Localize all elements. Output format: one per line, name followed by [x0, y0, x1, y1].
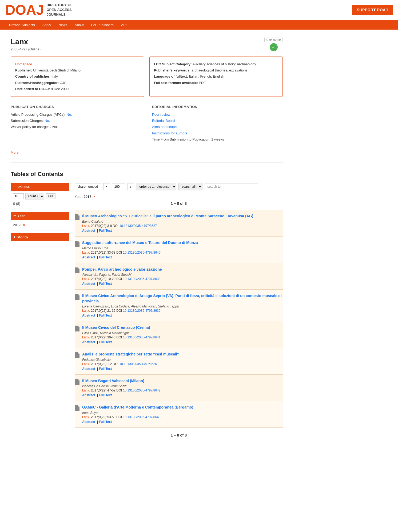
article-journal-link[interactable]: Lanx. [82, 389, 90, 392]
article-meta: Lanx. 2017;0(22):3-9 DOI 10.13130/2035-4… [82, 224, 283, 228]
table-row: Pompei. Parco archeologico e valorizzazi… [75, 263, 283, 290]
submission-link[interactable]: No. [45, 119, 50, 123]
article-abstract-link[interactable]: Abstract [82, 393, 95, 397]
article-title-link[interactable]: Il Museo Civico Archeologico di Arsago S… [82, 293, 283, 304]
article-title-link[interactable]: GAMeC - Galleria d'Arte Moderna e Contem… [82, 405, 283, 410]
article-links: Abstract | Full Text [82, 229, 283, 233]
nav-browse-subjects[interactable]: Browse Subjects [5, 20, 39, 30]
article-doi-link[interactable]: 10.13130/2035-4797/8637 [119, 224, 157, 228]
article-title-link[interactable]: Pompei. Parco archeologico e valorizzazi… [82, 267, 283, 272]
article-journal-link[interactable]: Lanx. [82, 362, 90, 366]
month-filter-section: + Month [11, 233, 69, 241]
pub-charges-section: PUBLICATION CHARGES Article Processing C… [11, 105, 141, 143]
article-doi-link[interactable]: 10.13130/2035-4797/8640 [123, 251, 161, 254]
month-filter-header[interactable]: + Month [11, 233, 69, 241]
toc-sidebar: − Volume count ↓ OR 0 (8) [11, 183, 69, 437]
volume-filter-header[interactable]: − Volume [11, 183, 69, 191]
toc-main: share | embed × ↓ order by ... relevance… [75, 183, 283, 437]
year-filter-header[interactable]: − Year [11, 212, 69, 220]
editorial-board-link[interactable]: Editorial Board [152, 119, 175, 123]
publisher-label: Publisher: [15, 68, 32, 72]
volume-count-select[interactable]: count ↓ [25, 193, 44, 199]
article-links: Abstract | Full Text [82, 420, 283, 424]
article-abstract-link[interactable]: Abstract [82, 420, 95, 424]
article-abstract-link[interactable]: Abstract [82, 229, 95, 233]
article-journal-link[interactable]: Lanx. [82, 415, 90, 419]
year-collapse-icon: − [13, 213, 16, 218]
country-value: Italy [51, 74, 58, 78]
results-arrow-button[interactable]: ↓ [128, 183, 134, 190]
article-doi-link[interactable]: 10.13130/2035-4797/8639 [123, 309, 161, 313]
article-meta: Lanx. 2017;0(22):53-59 DOI 10.13130/2035… [82, 415, 283, 419]
article-fulltext-link[interactable]: Full Text [99, 420, 112, 424]
info-box-right: LCC Subject Category: Auxiliary sciences… [149, 57, 283, 97]
article-doi-link[interactable]: 10.13130/2035-4797/8642 [123, 389, 161, 392]
article-abstract-link[interactable]: Abstract [82, 282, 95, 286]
article-title-link[interactable]: Il Museo Bagatti Valsecchi (Milano) [82, 378, 283, 384]
order-by-select[interactable]: order by ... relevance [136, 183, 176, 190]
article-fulltext-link[interactable]: Full Text [99, 367, 112, 371]
article-fulltext-link[interactable]: Full Text [99, 255, 112, 259]
article-journal-link[interactable]: Lanx. [82, 335, 90, 339]
nav-for-publishers[interactable]: For Publishers [87, 20, 117, 30]
article-doi-link[interactable]: 10.13130/2035-4797/8643 [123, 415, 161, 419]
volume-count-input[interactable] [13, 193, 24, 199]
nav-apply[interactable]: Apply [39, 20, 55, 30]
year-filter-display-label: Year: [75, 195, 83, 199]
more-link[interactable]: More [11, 150, 19, 154]
share-embed-button[interactable]: share | embed [75, 183, 101, 190]
article-doi-link[interactable]: 10.13130/2035-4797/8636 [119, 362, 157, 366]
article-journal-link[interactable]: Lanx. [82, 251, 90, 254]
article-doi-link[interactable]: 10.13130/2035-4797/8641 [123, 335, 161, 339]
article-title-link[interactable]: Analisi e proposte strategiche per sette… [82, 352, 283, 357]
platform-value: OJS [60, 81, 66, 85]
logo-text: DIRECTORY OF OPEN ACCESS JOURNALS [46, 3, 72, 17]
article-journal-link[interactable]: Lanx. [82, 224, 90, 228]
article-fulltext-link[interactable]: Full Text [99, 282, 112, 286]
search-term-input[interactable] [205, 183, 258, 190]
month-filter-label: Month [17, 235, 28, 239]
article-journal-link[interactable]: Lanx. [82, 277, 90, 281]
article-fulltext-link[interactable]: Full Text [99, 314, 112, 317]
article-journal-link[interactable]: Lanx. [82, 309, 90, 313]
aims-scope-link[interactable]: Aims and scope [152, 125, 177, 129]
table-row: Il Museo Civico Archeologico di Arsago S… [75, 290, 283, 321]
document-icon [75, 379, 79, 397]
article-fulltext-link[interactable]: Full Text [99, 340, 112, 344]
clear-filters-button[interactable]: × [103, 183, 110, 190]
country-label: Country of publisher: [15, 74, 50, 78]
results-per-page-input[interactable] [112, 183, 125, 190]
support-doaj-button[interactable]: SUPPORT DOAJ [352, 5, 393, 15]
homepage-link[interactable]: Homepage [15, 62, 32, 66]
search-field-select[interactable]: search all [178, 183, 202, 190]
peer-review-link[interactable]: Peer review [152, 113, 170, 117]
article-fulltext-link[interactable]: Full Text [99, 229, 112, 233]
article-doi-link[interactable]: 10.13130/2035-4797/8638 [123, 277, 161, 281]
article-author: Elena Calafato [82, 220, 283, 223]
article-fulltext-link[interactable]: Full Text [99, 393, 112, 397]
formats-value: PDF [199, 81, 206, 85]
nav-about[interactable]: About [71, 20, 87, 30]
nav-news[interactable]: News [55, 20, 71, 30]
volume-or-button[interactable]: OR [46, 193, 55, 199]
article-content: Analisi e proposte strategiche per sette… [82, 352, 283, 371]
journal-info-left: Lanx 2035-4797 (Online) [11, 38, 41, 51]
info-box-left: Homepage Publisher: Università degli Stu… [11, 57, 144, 97]
article-abstract-link[interactable]: Abstract [82, 314, 95, 317]
instructions-link[interactable]: Instructions for authors [152, 131, 187, 135]
article-content: Pompei. Parco archeologico e valorizzazi… [82, 267, 283, 286]
article-abstract-link[interactable]: Abstract [82, 367, 95, 371]
article-title-link[interactable]: Il Museo Civico del Cremasco (Crema) [82, 325, 283, 330]
article-links: Abstract | Full Text [82, 340, 283, 344]
year-filter-clear-button[interactable]: × [23, 223, 25, 227]
nav-api[interactable]: API [117, 20, 130, 30]
language-label: Language of fulltext: [154, 74, 188, 78]
apc-link[interactable]: No. [67, 113, 72, 117]
article-content: Suggestioni sotterranee del Museo e Teso… [82, 240, 283, 259]
article-title-link[interactable]: Suggestioni sotterranee del Museo e Teso… [82, 240, 283, 246]
article-abstract-link[interactable]: Abstract [82, 340, 95, 344]
pagination-bottom: 1 – 8 of 8 [75, 433, 283, 437]
article-abstract-link[interactable]: Abstract [82, 255, 95, 259]
year-filter-remove-button[interactable]: × [93, 195, 95, 199]
article-title-link[interactable]: Il Museo Archeologico "S. Lauricella" e … [82, 214, 283, 219]
